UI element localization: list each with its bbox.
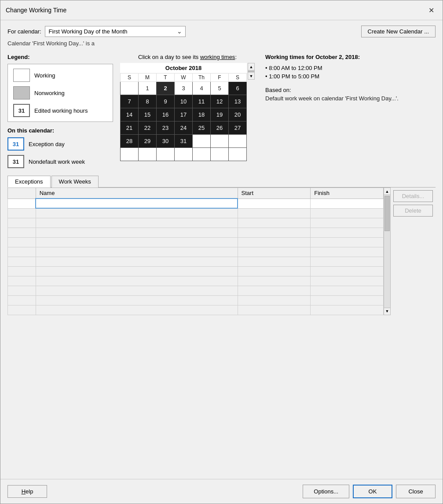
calendar-dropdown[interactable]: First Working Day of the Month Standard … [45, 26, 186, 37]
cal-day[interactable]: 25 [193, 121, 211, 135]
table-cell-name[interactable] [36, 199, 238, 208]
legend-exception: 31 Exception day [7, 137, 113, 151]
table-cell-name[interactable] [36, 237, 238, 247]
cal-day[interactable]: 4 [193, 82, 211, 95]
table-row[interactable] [8, 257, 384, 266]
table-row[interactable] [8, 199, 384, 208]
table-row[interactable] [8, 218, 384, 228]
cal-day-empty [157, 148, 175, 161]
legend-edited: 31 Edited working hours [13, 104, 107, 117]
tab-work-weeks[interactable]: Work Weeks [51, 176, 99, 188]
options-button[interactable]: Options... [303, 485, 349, 498]
change-working-time-dialog: Change Working Time ✕ For calendar: Firs… [0, 0, 443, 504]
table-row[interactable] [8, 237, 384, 247]
side-buttons: Details... Delete [391, 188, 436, 315]
cal-day[interactable]: 31 [175, 135, 193, 148]
cal-day[interactable]: 10 [175, 95, 193, 108]
calendar-week-2: 7 8 9 10 11 12 13 [121, 95, 247, 108]
table-row[interactable] [8, 305, 384, 315]
table-cell-finish [311, 257, 384, 266]
cal-day[interactable]: 18 [193, 108, 211, 121]
calendar-scrollbar: ▲ ▼ [248, 63, 255, 80]
close-button[interactable]: Close [396, 485, 436, 498]
cal-day[interactable]: 11 [193, 95, 211, 108]
cal-day[interactable]: 30 [157, 135, 175, 148]
cal-day[interactable]: 15 [139, 108, 157, 121]
table-cell-check [8, 286, 36, 295]
table-cell-check [8, 218, 36, 228]
cal-day[interactable]: 28 [121, 135, 139, 148]
calendar-instruction: Click on a day to see its working times: [138, 54, 237, 60]
table-scroll-up[interactable]: ▲ [384, 188, 390, 195]
cal-day[interactable]: 8 [139, 95, 157, 108]
legend-nondefault: 31 Nondefault work week [7, 155, 113, 168]
delete-button[interactable]: Delete [393, 205, 433, 217]
cal-day[interactable]: 19 [211, 108, 229, 121]
table-cell-finish [311, 305, 384, 315]
tab-bar: Exceptions Work Weeks [7, 175, 436, 188]
help-button[interactable]: Help [7, 485, 47, 498]
calendar-week-4: 21 22 23 24 25 26 27 [121, 121, 247, 135]
table-cell-name[interactable] [36, 208, 238, 218]
table-scroll-down[interactable]: ▼ [384, 308, 390, 315]
legend-working: Working [13, 69, 107, 82]
table-scroll-thumb[interactable] [384, 196, 390, 231]
cal-day[interactable]: 7 [121, 95, 139, 108]
bottom-bar: Help Options... OK Close [0, 479, 443, 504]
cal-day[interactable]: 29 [139, 135, 157, 148]
cal-day[interactable]: 21 [121, 121, 139, 135]
calendar-dropdown-wrapper[interactable]: First Working Day of the Month Standard … [45, 26, 186, 37]
cal-day[interactable]: 17 [175, 108, 193, 121]
table-row[interactable] [8, 247, 384, 257]
create-new-calendar-button[interactable]: Create New Calendar ... [361, 26, 436, 37]
cal-day[interactable]: 9 [157, 95, 175, 108]
cal-day[interactable]: 13 [229, 95, 247, 108]
cal-day[interactable]: 14 [121, 108, 139, 121]
calendar-scroll-down[interactable]: ▼ [248, 72, 254, 79]
table-cell-name[interactable] [36, 295, 238, 305]
table-cell-name[interactable] [36, 247, 238, 257]
based-on-section: Based on: Default work week on calendar … [265, 87, 436, 102]
close-icon[interactable]: ✕ [425, 4, 437, 16]
table-cell-name[interactable] [36, 228, 238, 237]
table-cell-name[interactable] [36, 266, 238, 276]
cal-day[interactable]: 12 [211, 95, 229, 108]
cal-day[interactable]: 5 [211, 82, 229, 95]
calendar-scroll-up[interactable]: ▲ [248, 63, 254, 70]
day-header-tue: T [157, 74, 175, 82]
table-row[interactable] [8, 266, 384, 276]
details-button[interactable]: Details... [393, 190, 433, 202]
cal-day-empty [193, 135, 211, 148]
cal-day[interactable]: 1 [139, 82, 157, 95]
cal-day[interactable]: 3 [175, 82, 193, 95]
cal-day[interactable]: 20 [229, 108, 247, 121]
ok-button[interactable]: OK [353, 485, 392, 498]
cal-day-selected[interactable]: 2 [157, 82, 175, 95]
cal-day[interactable]: 26 [211, 121, 229, 135]
table-cell-name[interactable] [36, 257, 238, 266]
table-header-row: Name Start Finish [8, 188, 384, 199]
table-cell-finish [311, 228, 384, 237]
table-cell-name[interactable] [36, 276, 238, 286]
table-cell-name[interactable] [36, 305, 238, 315]
cal-day[interactable]: 24 [175, 121, 193, 135]
table-cell-finish [311, 295, 384, 305]
table-row[interactable] [8, 295, 384, 305]
cal-day[interactable]: 27 [229, 121, 247, 135]
tab-exceptions[interactable]: Exceptions [7, 176, 51, 188]
day-header-wed: W [175, 74, 193, 82]
cal-day-empty [211, 148, 229, 161]
table-row[interactable] [8, 276, 384, 286]
table-row[interactable] [8, 228, 384, 237]
edited-label: Edited working hours [34, 107, 88, 114]
cal-day-empty [229, 148, 247, 161]
cal-day[interactable]: 6 [229, 82, 247, 95]
table-cell-name[interactable] [36, 218, 238, 228]
cal-day[interactable]: 23 [157, 121, 175, 135]
based-on-value: Default work week on calendar 'First Wor… [265, 95, 436, 102]
table-cell-name[interactable] [36, 286, 238, 295]
cal-day[interactable]: 16 [157, 108, 175, 121]
table-row[interactable] [8, 208, 384, 218]
cal-day[interactable]: 22 [139, 121, 157, 135]
table-row[interactable] [8, 286, 384, 295]
